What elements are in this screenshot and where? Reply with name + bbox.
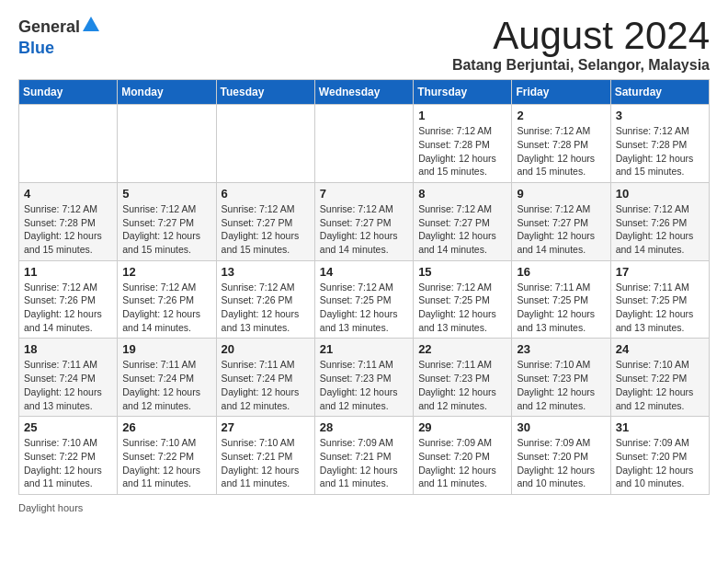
calendar-week-row: 1Sunrise: 7:12 AMSunset: 7:28 PMDaylight… [19,105,710,183]
day-number: 15 [418,265,506,279]
calendar-cell: 9Sunrise: 7:12 AMSunset: 7:27 PMDaylight… [512,182,610,260]
calendar-cell: 16Sunrise: 7:11 AMSunset: 7:25 PMDayligh… [512,260,610,339]
calendar-cell: 14Sunrise: 7:12 AMSunset: 7:25 PMDayligh… [314,260,413,339]
calendar-week-row: 25Sunrise: 7:10 AMSunset: 7:22 PMDayligh… [19,417,710,495]
calendar-cell [19,105,118,183]
calendar-cell: 5Sunrise: 7:12 AMSunset: 7:27 PMDaylight… [118,182,216,260]
day-number: 14 [320,265,408,279]
title-area: August 2024 Batang Berjuntai, Selangor, … [452,15,710,74]
day-number: 16 [517,265,605,279]
day-number: 31 [616,420,704,434]
day-number: 9 [517,187,605,201]
calendar-cell: 6Sunrise: 7:12 AMSunset: 7:27 PMDaylight… [216,182,314,260]
day-number: 3 [616,109,704,122]
calendar-cell: 21Sunrise: 7:11 AMSunset: 7:23 PMDayligh… [314,339,413,417]
calendar-cell: 20Sunrise: 7:11 AMSunset: 7:24 PMDayligh… [216,339,314,417]
calendar-week-row: 4Sunrise: 7:12 AMSunset: 7:28 PMDaylight… [19,182,710,260]
calendar-cell [118,105,216,183]
day-info: Sunrise: 7:10 AMSunset: 7:23 PMDaylight:… [517,358,605,412]
calendar-cell: 13Sunrise: 7:12 AMSunset: 7:26 PMDayligh… [216,260,314,339]
calendar-cell: 27Sunrise: 7:10 AMSunset: 7:21 PMDayligh… [216,417,314,495]
day-info: Sunrise: 7:12 AMSunset: 7:27 PMDaylight:… [517,202,605,257]
column-header-monday: Monday [118,80,216,105]
day-info: Sunrise: 7:12 AMSunset: 7:27 PMDaylight:… [418,202,506,257]
calendar-cell: 24Sunrise: 7:10 AMSunset: 7:22 PMDayligh… [610,339,709,417]
day-info: Sunrise: 7:12 AMSunset: 7:25 PMDaylight:… [418,281,506,335]
calendar-cell: 19Sunrise: 7:11 AMSunset: 7:24 PMDayligh… [118,339,216,417]
calendar-cell [216,105,314,183]
logo-icon [81,15,101,35]
day-info: Sunrise: 7:12 AMSunset: 7:26 PMDaylight:… [222,281,310,335]
day-info: Sunrise: 7:12 AMSunset: 7:25 PMDaylight:… [320,281,408,335]
calendar-cell: 30Sunrise: 7:09 AMSunset: 7:20 PMDayligh… [512,417,610,495]
calendar-cell: 1Sunrise: 7:12 AMSunset: 7:28 PMDaylight… [414,105,512,183]
calendar-cell: 18Sunrise: 7:11 AMSunset: 7:24 PMDayligh… [19,339,118,417]
day-number: 28 [320,420,408,434]
day-number: 8 [418,187,506,201]
column-header-saturday: Saturday [610,80,709,105]
day-number: 25 [24,420,112,434]
calendar-cell: 28Sunrise: 7:09 AMSunset: 7:21 PMDayligh… [314,417,413,495]
calendar-title: August 2024 [452,15,710,57]
day-info: Sunrise: 7:12 AMSunset: 7:27 PMDaylight:… [320,202,408,257]
day-number: 26 [122,420,210,434]
calendar-cell: 22Sunrise: 7:11 AMSunset: 7:23 PMDayligh… [414,339,512,417]
page-header: General Blue August 2024 Batang Berjunta… [18,15,710,74]
day-number: 30 [517,420,605,434]
calendar-cell: 25Sunrise: 7:10 AMSunset: 7:22 PMDayligh… [19,417,118,495]
day-info: Sunrise: 7:10 AMSunset: 7:22 PMDaylight:… [24,436,112,490]
day-info: Sunrise: 7:11 AMSunset: 7:24 PMDaylight:… [24,358,112,412]
calendar-cell: 29Sunrise: 7:09 AMSunset: 7:20 PMDayligh… [414,417,512,495]
column-header-friday: Friday [512,80,610,105]
day-number: 10 [616,187,704,201]
day-info: Sunrise: 7:12 AMSunset: 7:28 PMDaylight:… [24,202,112,257]
footer-note: Daylight hours [18,502,710,513]
day-number: 1 [418,109,506,122]
day-number: 13 [222,265,310,279]
day-number: 6 [222,187,310,201]
calendar-cell [314,105,413,183]
day-number: 5 [122,187,210,201]
day-number: 7 [320,187,408,201]
calendar-cell: 11Sunrise: 7:12 AMSunset: 7:26 PMDayligh… [19,260,118,339]
day-info: Sunrise: 7:10 AMSunset: 7:21 PMDaylight:… [222,436,310,490]
day-number: 23 [517,342,605,356]
day-info: Sunrise: 7:10 AMSunset: 7:22 PMDaylight:… [616,358,704,412]
logo: General Blue [18,15,101,58]
day-info: Sunrise: 7:09 AMSunset: 7:21 PMDaylight:… [320,436,408,490]
day-number: 24 [616,342,704,356]
day-info: Sunrise: 7:11 AMSunset: 7:25 PMDaylight:… [616,281,704,335]
day-number: 19 [122,342,210,356]
day-info: Sunrise: 7:11 AMSunset: 7:24 PMDaylight:… [122,358,210,412]
day-info: Sunrise: 7:11 AMSunset: 7:23 PMDaylight:… [418,358,506,412]
calendar-cell: 26Sunrise: 7:10 AMSunset: 7:22 PMDayligh… [118,417,216,495]
day-number: 12 [122,265,210,279]
calendar-cell: 17Sunrise: 7:11 AMSunset: 7:25 PMDayligh… [610,260,709,339]
day-info: Sunrise: 7:09 AMSunset: 7:20 PMDaylight:… [418,436,506,490]
day-info: Sunrise: 7:11 AMSunset: 7:23 PMDaylight:… [320,358,408,412]
logo-blue-text: Blue [18,39,54,58]
calendar-cell: 3Sunrise: 7:12 AMSunset: 7:28 PMDaylight… [610,105,709,183]
column-header-tuesday: Tuesday [216,80,314,105]
calendar-cell: 10Sunrise: 7:12 AMSunset: 7:26 PMDayligh… [610,182,709,260]
day-number: 27 [222,420,310,434]
day-number: 4 [24,187,112,201]
day-number: 11 [24,265,112,279]
day-number: 2 [517,109,605,122]
calendar-subtitle: Batang Berjuntai, Selangor, Malaysia [452,57,710,74]
column-header-thursday: Thursday [414,80,512,105]
day-info: Sunrise: 7:12 AMSunset: 7:28 PMDaylight:… [517,124,605,178]
day-number: 21 [320,342,408,356]
day-info: Sunrise: 7:12 AMSunset: 7:26 PMDaylight:… [24,281,112,335]
day-info: Sunrise: 7:12 AMSunset: 7:26 PMDaylight:… [616,202,704,257]
day-info: Sunrise: 7:12 AMSunset: 7:27 PMDaylight:… [122,202,210,257]
day-info: Sunrise: 7:12 AMSunset: 7:28 PMDaylight:… [418,124,506,178]
calendar-cell: 23Sunrise: 7:10 AMSunset: 7:23 PMDayligh… [512,339,610,417]
calendar-table: SundayMondayTuesdayWednesdayThursdayFrid… [18,79,710,495]
day-info: Sunrise: 7:10 AMSunset: 7:22 PMDaylight:… [122,436,210,490]
day-info: Sunrise: 7:09 AMSunset: 7:20 PMDaylight:… [517,436,605,490]
day-info: Sunrise: 7:12 AMSunset: 7:26 PMDaylight:… [122,281,210,335]
day-info: Sunrise: 7:09 AMSunset: 7:20 PMDaylight:… [616,436,704,490]
day-number: 29 [418,420,506,434]
day-info: Sunrise: 7:11 AMSunset: 7:24 PMDaylight:… [222,358,310,412]
